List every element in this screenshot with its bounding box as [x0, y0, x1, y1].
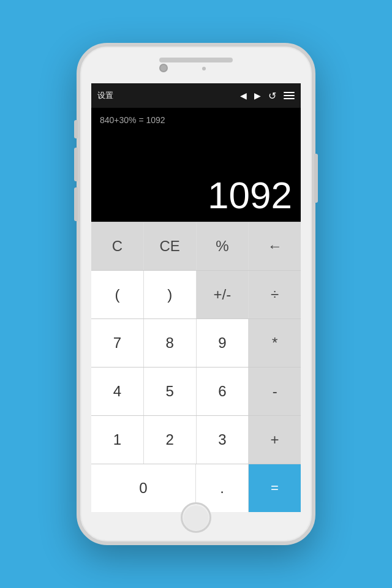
- key-8[interactable]: 8: [144, 319, 197, 367]
- expression-display: 840+30% = 1092: [100, 115, 292, 125]
- key-plus-minus[interactable]: +/-: [197, 271, 249, 318]
- top-bar: 设置 ◀ ▶ ↺: [91, 83, 301, 108]
- result-display: 1092: [100, 176, 292, 214]
- menu-button[interactable]: [284, 92, 295, 99]
- side-button-vol-down: [74, 187, 78, 221]
- keypad-row-5: 1 2 3 +: [91, 415, 301, 464]
- key-2[interactable]: 2: [144, 416, 197, 464]
- key-right-paren[interactable]: ): [144, 271, 197, 318]
- key-3[interactable]: 3: [197, 416, 249, 464]
- home-button[interactable]: [181, 502, 211, 533]
- settings-label[interactable]: 设置: [97, 90, 240, 101]
- key-5[interactable]: 5: [144, 368, 197, 415]
- side-button-mute: [74, 120, 78, 138]
- keypad-row-4: 4 5 6 -: [91, 367, 301, 415]
- key-percent[interactable]: %: [197, 222, 249, 270]
- menu-line-2: [284, 95, 295, 96]
- key-7[interactable]: 7: [91, 319, 144, 367]
- menu-line-3: [284, 98, 295, 99]
- keypad-row-1: C CE % ←: [91, 222, 301, 270]
- key-equals[interactable]: =: [249, 464, 301, 512]
- key-multiply[interactable]: *: [249, 319, 301, 367]
- side-button-vol-up: [74, 148, 78, 181]
- menu-line-1: [284, 92, 295, 93]
- key-1[interactable]: 1: [91, 416, 144, 464]
- back-arrow-button[interactable]: ◀: [240, 91, 247, 100]
- key-left-paren[interactable]: (: [91, 271, 144, 318]
- key-minus[interactable]: -: [249, 368, 301, 415]
- key-c[interactable]: C: [91, 222, 144, 270]
- undo-button[interactable]: ↺: [268, 90, 276, 102]
- key-4[interactable]: 4: [91, 368, 144, 415]
- keypad: C CE % ← ( ) +/- ÷ 7 8 9 * 4 5: [91, 222, 301, 512]
- top-bar-controls: ◀ ▶ ↺: [240, 90, 295, 102]
- phone-frame: 设置 ◀ ▶ ↺ 840+30% = 1092 1092 C CE: [77, 43, 315, 545]
- screen: 设置 ◀ ▶ ↺ 840+30% = 1092 1092 C CE: [91, 83, 301, 512]
- display-area: 840+30% = 1092 1092: [91, 108, 301, 222]
- key-ce[interactable]: CE: [144, 222, 197, 270]
- phone-top-speaker: [159, 58, 233, 62]
- phone-camera: [159, 64, 168, 72]
- key-divide[interactable]: ÷: [249, 271, 301, 318]
- phone-speaker-dot: [202, 67, 206, 70]
- key-9[interactable]: 9: [197, 319, 249, 367]
- keypad-row-3: 7 8 9 *: [91, 318, 301, 367]
- key-0[interactable]: 0: [91, 464, 196, 512]
- forward-arrow-button[interactable]: ▶: [254, 91, 261, 100]
- key-6[interactable]: 6: [197, 368, 249, 415]
- key-plus[interactable]: +: [249, 416, 301, 464]
- side-button-power: [314, 154, 318, 203]
- key-backspace[interactable]: ←: [249, 222, 301, 270]
- keypad-row-2: ( ) +/- ÷: [91, 270, 301, 318]
